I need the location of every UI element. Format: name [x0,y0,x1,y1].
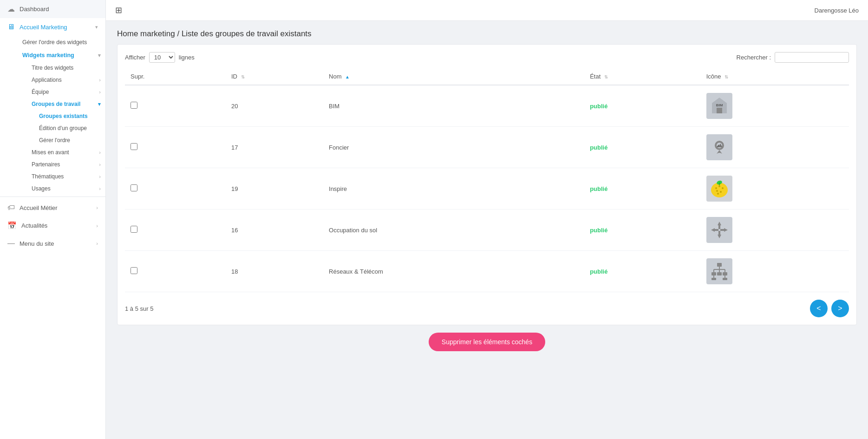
row-checkbox[interactable] [131,267,137,274]
chevron-right-icon: › [96,205,98,210]
sidebar-item-applications[interactable]: Applications › [27,74,105,86]
page-header: Home marketing / Liste des groupes de tr… [106,21,868,44]
bim-icon: BIM [706,93,732,119]
sidebar-item-widgets-marketing[interactable]: Widgets marketing ▾ [18,49,105,62]
cloud-icon: ☁ [7,5,15,13]
sidebar-item-label: Actualités [21,222,47,229]
pagination-prev-button[interactable]: < [810,300,828,317]
chevron-down-icon: ▾ [98,52,101,59]
table-controls-left: Afficher 10 25 50 100 lignes [125,52,195,63]
page-title: Home marketing / Liste des groupes de tr… [117,29,857,39]
svg-rect-24 [717,263,722,267]
sidebar-item-gerer-ordre-sub[interactable]: Gérer l'ordre [34,134,105,146]
row-icone [701,127,849,168]
row-nom: BIM [323,85,584,127]
sidebar-item-equipe[interactable]: Équipe › [27,86,105,98]
row-checkbox[interactable] [131,102,137,109]
svg-point-11 [716,190,718,192]
row-checkbox[interactable] [131,143,137,150]
sidebar-item-label: Accueil Métier [20,204,58,211]
arrows-icon [706,217,732,243]
row-checkbox-cell [125,210,226,251]
table-row: 17 Foncier publié [125,127,849,168]
delete-checked-button[interactable]: Supprimer les éléments cochés [429,333,545,351]
sort-icon-icone[interactable]: ⇅ [724,74,728,79]
row-checkbox-cell [125,168,226,210]
topbar: ⊞ Darengosse Léo [106,0,868,21]
table-row: 19 Inspire publié [125,168,849,210]
sort-icon-etat[interactable]: ⇅ [604,74,608,79]
svg-text:BIM: BIM [716,103,723,107]
row-checkbox[interactable] [131,226,137,233]
table-controls: Afficher 10 25 50 100 lignes Rechercher … [125,52,849,63]
svg-point-12 [720,191,722,193]
sidebar-item-edition-groupe[interactable]: Édition d'un groupe [34,122,105,134]
grid-icon[interactable]: ⊞ [115,5,122,15]
row-checkbox-cell [125,127,226,168]
svg-rect-17 [718,225,720,229]
pagination-next-button[interactable]: > [831,300,849,317]
data-table: Supr. ID ⇅ Nom ▲ État ⇅ [125,68,849,292]
sidebar-item-accueil-marketing[interactable]: 🖥 Accueil Marketing ▾ [0,18,105,36]
sidebar-item-accueil-metier[interactable]: 🏷 Accueil Métier › [0,199,105,216]
sidebar-item-groupes-travail[interactable]: Groupes de travail ▾ [27,98,105,110]
inspire-icon [706,176,732,202]
row-etat: publié [584,210,700,251]
sort-icon-id[interactable]: ⇅ [241,74,245,79]
col-supr: Supr. [125,68,226,85]
sidebar-item-label: Dashboard [20,6,49,13]
chevron-right-icon: › [99,186,101,191]
sidebar-item-mises-avant[interactable]: Mises en avant › [27,146,105,158]
calendar-icon: 📅 [7,221,17,230]
table-row: 18 Réseaux & Télécom publié [125,251,849,292]
pagination-buttons: < > [810,300,849,317]
row-etat: publié [584,168,700,210]
col-id: ID ⇅ [226,68,323,85]
sort-icon-nom[interactable]: ▲ [345,74,350,79]
svg-marker-16 [718,222,721,225]
svg-rect-36 [723,278,727,280]
row-id: 18 [226,251,323,292]
svg-point-13 [717,193,719,195]
search-input[interactable] [775,52,849,63]
svg-point-9 [718,185,720,187]
sidebar-sub-item-label: Widgets marketing [22,52,74,59]
sidebar-item-dashboard[interactable]: ☁ Dashboard [0,0,105,18]
foncier-svg [710,138,729,157]
svg-rect-35 [711,278,716,280]
monitor-icon: 🖥 [7,23,15,31]
sidebar-item-partenaires[interactable]: Partenaires › [27,158,105,170]
row-nom: Réseaux & Télécom [323,251,584,292]
lemon-svg [708,177,731,200]
per-page-select[interactable]: 10 25 50 100 [149,52,175,63]
row-id: 20 [226,85,323,127]
row-checkbox-cell [125,251,226,292]
bim-svg: BIM [709,96,730,116]
main-content: ⊞ Darengosse Léo Home marketing / Liste … [106,0,868,439]
sidebar: ☁ Dashboard 🖥 Accueil Marketing ▾ Gérer … [0,0,106,439]
chevron-right-icon: › [99,89,101,95]
row-icone [701,251,849,292]
row-nom: Inspire [323,168,584,210]
svg-rect-1 [717,108,722,113]
foncier-icon [706,134,732,160]
sidebar-item-thematiques[interactable]: Thématiques › [27,170,105,183]
svg-rect-23 [720,229,724,231]
sidebar-item-usages[interactable]: Usages › [27,183,105,195]
pagination-area: 1 à 5 sur 5 < > [125,300,849,317]
row-etat: publié [584,251,700,292]
tag-icon: 🏷 [7,203,15,212]
chevron-down-icon: ▾ [95,24,98,30]
row-checkbox[interactable] [131,184,137,191]
sidebar-item-gerer-ordre[interactable]: Gérer l'ordre des widgets [18,36,105,49]
row-icone: BIM [701,85,849,127]
sidebar-item-groupes-existants[interactable]: Groupes existants [34,110,105,122]
svg-marker-20 [711,228,715,232]
row-nom: Occupation du sol [323,210,584,251]
row-icone [701,210,849,251]
network-svg [709,261,730,282]
sidebar-item-menu-site[interactable]: — Menu du site › [0,235,105,252]
sidebar-item-actualites[interactable]: 📅 Actualités › [0,216,105,235]
sidebar-item-titre-widgets[interactable]: Titre des widgets [27,62,105,74]
sidebar-sub-accueil-marketing: Gérer l'ordre des widgets Widgets market… [0,36,105,195]
